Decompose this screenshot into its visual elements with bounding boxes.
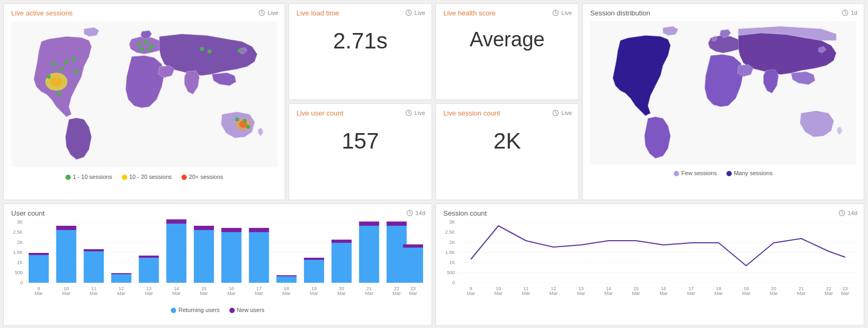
- health-score-value: Average: [443, 28, 571, 52]
- svg-text:3K: 3K: [17, 219, 23, 225]
- svg-text:500: 500: [447, 270, 455, 275]
- svg-rect-60: [221, 228, 242, 232]
- load-time-title: Live load time: [296, 9, 339, 17]
- svg-text:1K: 1K: [449, 260, 455, 265]
- svg-rect-56: [166, 219, 186, 224]
- svg-text:Mar: Mar: [742, 291, 750, 296]
- session-dist-legend: Few sessions Many sessions: [590, 170, 856, 176]
- svg-rect-61: [249, 232, 269, 283]
- svg-point-10: [47, 75, 51, 79]
- svg-rect-67: [332, 243, 352, 283]
- svg-rect-62: [249, 228, 269, 232]
- svg-text:Mar: Mar: [825, 291, 833, 296]
- svg-rect-46: [29, 253, 49, 255]
- svg-rect-52: [111, 273, 131, 274]
- session-count-badge: 14d: [838, 209, 857, 217]
- session-count-chart: 3K 2.5K 2K 1.5K 1K 500 0 9: [443, 219, 856, 305]
- svg-rect-74: [403, 244, 423, 248]
- svg-text:Mar: Mar: [200, 291, 208, 296]
- load-time-value: 2.71s: [296, 28, 424, 54]
- svg-point-11: [57, 92, 61, 96]
- svg-rect-73: [403, 248, 423, 283]
- session-count-title: Session count: [443, 209, 487, 217]
- svg-rect-55: [166, 224, 186, 283]
- svg-text:Mar: Mar: [117, 291, 125, 296]
- user-count-title: User count: [11, 209, 45, 217]
- session-dist-badge: 1d: [841, 9, 857, 17]
- svg-rect-53: [139, 258, 159, 283]
- user-count-legend: Returning users New users: [11, 307, 424, 313]
- svg-rect-47: [56, 230, 77, 283]
- session-count-card: Session count 14d 3K 2.5K 2K 1.5K 1K 500…: [435, 203, 864, 326]
- svg-rect-72: [386, 222, 407, 226]
- svg-text:500: 500: [15, 270, 23, 275]
- session-count-live-badge: Live: [552, 109, 572, 117]
- load-time-card: Live load time Live 2.71s: [288, 3, 432, 100]
- svg-rect-54: [139, 256, 159, 258]
- svg-text:0: 0: [452, 280, 455, 285]
- user-count-chart: 3K 2.5K 2K 1.5K 1K 500 0: [11, 219, 424, 305]
- svg-point-16: [147, 47, 152, 51]
- svg-point-14: [144, 39, 148, 44]
- svg-point-18: [200, 47, 204, 51]
- session-dist-title: Session distribution: [590, 9, 650, 17]
- col3-cards: Live health score Live Average Live sess…: [435, 3, 579, 200]
- svg-text:Mar: Mar: [797, 291, 805, 296]
- svg-text:Mar: Mar: [337, 291, 345, 296]
- svg-text:Mar: Mar: [687, 291, 695, 296]
- svg-text:Mar: Mar: [283, 291, 291, 296]
- svg-text:Mar: Mar: [605, 291, 613, 296]
- svg-point-7: [60, 67, 64, 71]
- svg-text:Mar: Mar: [310, 291, 318, 296]
- svg-text:1.5K: 1.5K: [13, 250, 22, 255]
- svg-point-20: [237, 48, 242, 53]
- svg-text:Mar: Mar: [770, 291, 778, 296]
- svg-text:Mar: Mar: [393, 291, 401, 296]
- svg-rect-49: [84, 251, 104, 283]
- svg-point-19: [208, 50, 212, 54]
- active-sessions-card: Live active sessions Live: [3, 3, 285, 200]
- health-score-title: Live health score: [443, 9, 495, 17]
- svg-text:0: 0: [20, 280, 23, 285]
- svg-text:2.5K: 2.5K: [13, 229, 22, 235]
- svg-point-6: [52, 62, 56, 67]
- load-time-badge: Live: [405, 9, 425, 17]
- col2-cards: Live load time Live 2.71s Live user coun…: [288, 3, 432, 200]
- svg-text:Mar: Mar: [62, 291, 70, 296]
- svg-text:Mar: Mar: [577, 291, 585, 296]
- svg-text:Mar: Mar: [522, 291, 530, 296]
- session-count-live-card: Live session count Live 2K: [435, 103, 579, 200]
- svg-text:Mar: Mar: [549, 291, 557, 296]
- session-count-live-title: Live session count: [443, 109, 500, 117]
- user-count-live-badge: Live: [405, 109, 425, 117]
- user-count-card: User count 14d 3K 2.5K 2K 1.5K 1K 500 0: [3, 203, 432, 326]
- health-score-card: Live health score Live Average: [435, 3, 579, 100]
- svg-text:2K: 2K: [449, 240, 455, 245]
- svg-rect-45: [29, 255, 49, 283]
- svg-rect-70: [359, 222, 379, 226]
- svg-text:1K: 1K: [17, 260, 23, 265]
- svg-text:2.5K: 2.5K: [445, 229, 454, 235]
- svg-rect-59: [221, 232, 242, 283]
- svg-text:Mar: Mar: [467, 291, 475, 296]
- svg-point-12: [75, 70, 79, 74]
- svg-point-17: [140, 47, 144, 51]
- active-sessions-title: Live active sessions: [11, 9, 73, 17]
- svg-text:Mar: Mar: [172, 291, 180, 296]
- svg-point-21: [235, 117, 239, 121]
- svg-point-15: [150, 44, 154, 48]
- svg-point-13: [137, 42, 142, 46]
- svg-rect-48: [56, 226, 77, 230]
- health-score-badge: Live: [552, 9, 572, 17]
- session-dist-card: Session distribution 1d: [582, 3, 864, 200]
- svg-text:Mar: Mar: [659, 291, 667, 296]
- svg-rect-51: [111, 274, 131, 283]
- svg-point-22: [243, 119, 247, 123]
- active-sessions-badge: Live: [258, 9, 278, 17]
- svg-text:Mar: Mar: [227, 291, 235, 296]
- active-sessions-legend: 1 - 10 sessions 10 - 20 sessions 20+ ses…: [11, 174, 277, 180]
- svg-text:3K: 3K: [449, 219, 455, 225]
- svg-rect-58: [194, 226, 214, 230]
- svg-text:Mar: Mar: [632, 291, 640, 296]
- svg-rect-57: [194, 230, 214, 283]
